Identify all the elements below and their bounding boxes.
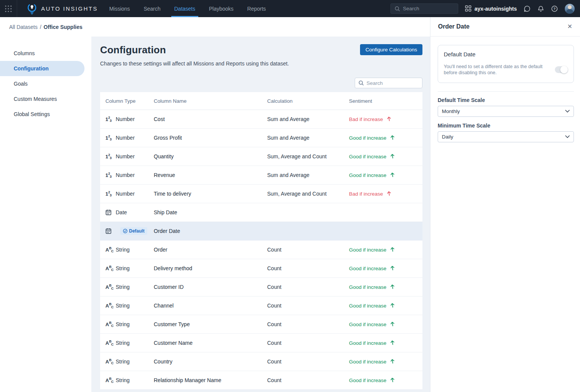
sidebar-item-global-settings[interactable]: Global Settings: [0, 107, 91, 122]
minimum-time-scale-select[interactable]: Daily: [438, 131, 574, 142]
table-row[interactable]: DefaultOrder Date: [100, 222, 422, 241]
sentiment-cell[interactable]: Good if increase: [349, 172, 422, 178]
table-row[interactable]: DateShip Date: [100, 203, 422, 222]
column-type-cell: ABCString: [105, 247, 154, 253]
table-row[interactable]: ABCStringCountryCountGood if increase: [100, 352, 422, 371]
col-header-sentiment: Sentiment: [349, 98, 422, 104]
column-type-label: String: [116, 359, 130, 365]
brand[interactable]: AUTO INSIGHTS: [17, 3, 109, 14]
calculation-cell: Count: [267, 265, 349, 271]
configuration-main: Configuration Configure Calculations Cha…: [91, 37, 430, 392]
sentiment-label: Good if increase: [349, 303, 386, 309]
table-row[interactable]: ABCStringOrderCountGood if increase: [100, 241, 422, 259]
default-badge: Default: [120, 227, 147, 235]
default-time-scale-label: Default Time Scale: [438, 97, 574, 103]
sentiment-cell[interactable]: Good if increase: [349, 247, 422, 253]
check-circle-icon: [123, 229, 127, 233]
nav-item-datasets[interactable]: Datasets: [174, 0, 195, 17]
search-icon: [395, 6, 400, 11]
waffle-dots-icon: [4, 5, 13, 13]
table-row[interactable]: ABCStringCustomer NameCountGood if incre…: [100, 334, 422, 352]
column-type-label: Number: [116, 172, 135, 178]
sidebar-item-configuration[interactable]: Configuration: [0, 61, 84, 76]
trend-up-arrow-icon: [386, 190, 392, 198]
sentiment-label: Good if increase: [349, 378, 386, 383]
nav-item-playbooks[interactable]: Playbooks: [209, 0, 234, 17]
app-waffle-icon[interactable]: [0, 0, 17, 17]
number-icon: 123: [105, 117, 112, 122]
order-date-panel: Order Date ✕ Default Date You'll need to…: [430, 17, 580, 392]
string-icon: ABC: [105, 359, 112, 364]
chat-icon[interactable]: [524, 5, 531, 12]
nav-item-search[interactable]: Search: [143, 0, 160, 17]
sentiment-cell[interactable]: Good if increase: [349, 377, 422, 384]
column-name-cell: Quantity: [154, 153, 267, 159]
sentiment-cell[interactable]: Good if increase: [349, 153, 422, 160]
svg-text:?: ?: [553, 6, 556, 11]
sentiment-cell[interactable]: Good if increase: [349, 340, 422, 346]
trend-up-arrow-icon: [390, 358, 395, 365]
trend-up-arrow-icon: [390, 153, 395, 160]
string-icon: ABC: [105, 266, 112, 271]
column-type-label: String: [116, 340, 130, 346]
sidebar-item-custom-measures[interactable]: Custom Measures: [0, 91, 91, 107]
workspace-switcher[interactable]: ayx-autoinsights: [465, 5, 517, 12]
calculation-cell: Count: [267, 377, 349, 383]
breadcrumb-all-datasets[interactable]: All Datasets: [9, 24, 38, 30]
column-name-cell: Customer Name: [154, 340, 267, 346]
column-type-cell: Default: [105, 227, 154, 235]
sentiment-label: Good if increase: [349, 284, 386, 290]
chevron-down-icon: [565, 135, 570, 138]
sentiment-label: Good if increase: [349, 172, 386, 178]
table-row[interactable]: ABCStringDelivery methodCountGood if inc…: [100, 259, 422, 278]
calculation-cell: Count: [267, 359, 349, 365]
table-row[interactable]: 123NumberQuantitySum, Average and CountG…: [100, 147, 422, 166]
top-navbar: AUTO INSIGHTS MissionsSearchDatasetsPlay…: [0, 0, 580, 17]
default-date-toggle[interactable]: [555, 66, 568, 73]
table-search-input[interactable]: [366, 80, 416, 86]
workspace-grid-icon: [465, 5, 472, 12]
sentiment-cell[interactable]: Good if increase: [349, 359, 422, 365]
table-row[interactable]: ABCStringCustomer IDCountGood if increas…: [100, 278, 422, 296]
nav-item-missions[interactable]: Missions: [109, 0, 130, 17]
nav-item-reports[interactable]: Reports: [247, 0, 266, 17]
string-icon: ABC: [105, 285, 112, 290]
default-time-scale-select[interactable]: Monthly: [438, 106, 574, 117]
table-search[interactable]: [355, 78, 422, 88]
help-icon[interactable]: ?: [551, 5, 558, 12]
table-row[interactable]: 123NumberRevenueSum and AverageGood if i…: [100, 166, 422, 185]
sidebar-item-columns[interactable]: Columns: [0, 46, 91, 61]
brand-name: AUTO INSIGHTS: [41, 5, 98, 12]
global-search[interactable]: [390, 3, 458, 14]
column-type-cell: ABCString: [105, 359, 154, 365]
number-icon: 123: [105, 173, 112, 178]
notifications-bell-icon[interactable]: [537, 5, 544, 12]
sentiment-cell[interactable]: Bad if increase: [349, 191, 422, 197]
table-row[interactable]: ABCStringCustomer TypeCountGood if incre…: [100, 315, 422, 334]
user-avatar[interactable]: [565, 4, 575, 14]
table-row[interactable]: 123NumberTime to deliverySum, Average an…: [100, 185, 422, 203]
global-search-input[interactable]: [403, 6, 453, 11]
string-icon: ABC: [105, 303, 112, 308]
sentiment-cell[interactable]: Good if increase: [349, 284, 422, 290]
table-row[interactable]: 123NumberCostSum and AverageBad if incre…: [100, 110, 422, 129]
string-icon: ABC: [105, 378, 112, 383]
chevron-down-icon: [565, 110, 570, 113]
sidebar-item-goals[interactable]: Goals: [0, 76, 91, 91]
column-name-cell: Order Date: [154, 228, 267, 234]
sentiment-cell[interactable]: Good if increase: [349, 265, 422, 272]
table-row[interactable]: 123NumberGross ProfitSum and AverageGood…: [100, 129, 422, 147]
table-row[interactable]: ABCStringChannelCountGood if increase: [100, 296, 422, 315]
column-type-label: Date: [116, 209, 127, 215]
configure-calculations-button[interactable]: Configure Calculations: [360, 44, 422, 55]
string-icon: ABC: [105, 322, 112, 327]
close-icon[interactable]: ✕: [567, 24, 572, 30]
sentiment-cell[interactable]: Good if increase: [349, 321, 422, 328]
column-type-cell: ABCString: [105, 340, 154, 346]
sentiment-cell[interactable]: Good if increase: [349, 135, 422, 141]
column-name-cell: Customer ID: [154, 284, 267, 290]
sentiment-cell[interactable]: Bad if increase: [349, 116, 422, 123]
sentiment-cell[interactable]: Good if increase: [349, 303, 422, 309]
column-type-cell: ABCString: [105, 303, 154, 309]
table-row[interactable]: ABCStringRelationship Manager NameCountG…: [100, 371, 422, 390]
